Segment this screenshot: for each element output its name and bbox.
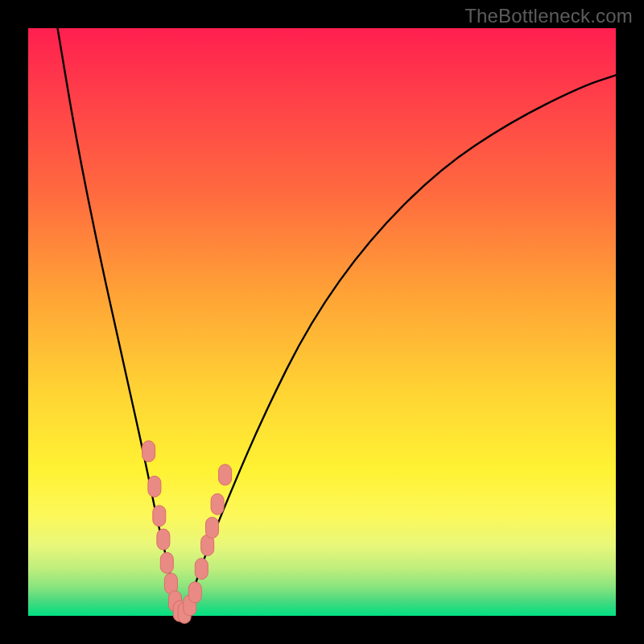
curve-marker <box>160 552 173 573</box>
plot-area <box>28 28 616 616</box>
curve-marker <box>142 441 155 462</box>
curve-marker <box>188 582 201 603</box>
marker-group <box>142 441 232 624</box>
curve-svg <box>28 28 616 616</box>
curve-marker <box>148 476 161 497</box>
curve-marker <box>157 529 170 550</box>
watermark-text: TheBottleneck.com <box>464 5 633 27</box>
chart-frame: TheBottleneck.com <box>0 0 644 644</box>
curve-marker <box>211 493 224 514</box>
curve-marker <box>206 518 219 539</box>
curve-marker <box>153 506 166 526</box>
curve-marker <box>195 559 208 580</box>
bottleneck-curve <box>58 28 617 612</box>
curve-marker <box>219 464 232 485</box>
